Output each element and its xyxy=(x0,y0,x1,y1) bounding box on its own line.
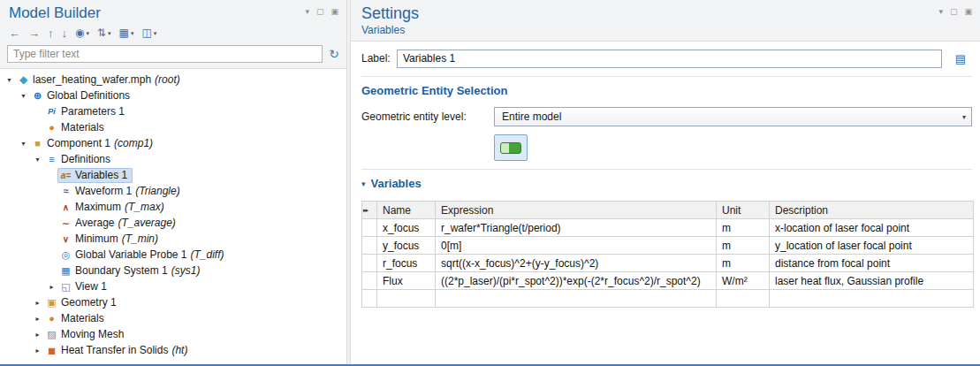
move-down-icon[interactable]: ↓ xyxy=(58,26,72,41)
cell-name[interactable] xyxy=(377,290,436,308)
cell-description[interactable] xyxy=(770,290,974,308)
node-text-menu-button[interactable]: ▦ ▾ xyxy=(116,26,138,41)
cell-expression[interactable]: ((2*p_laser)/(pi*r_spot^2))*exp(-(2*r_fo… xyxy=(436,272,717,290)
tree-item-body: a=Variables 1 xyxy=(57,168,133,183)
cell-description[interactable]: distance from focal point xyxy=(770,255,974,272)
cell-expression[interactable]: r_wafer*Triangle(t/period) xyxy=(436,219,717,237)
tree-item[interactable]: ▦Boundary System 1(sys1) xyxy=(0,263,346,278)
expand-arrow-icon[interactable]: ▸ xyxy=(32,331,43,339)
materials-icon: ● xyxy=(44,121,59,134)
moving-mesh-icon: ▨ xyxy=(44,328,59,341)
forward-icon[interactable]: → xyxy=(25,26,43,41)
tree-item[interactable]: ≈Waveform 1(Triangle) xyxy=(0,183,346,199)
expand-arrow-icon[interactable]: ▸ xyxy=(46,283,57,291)
expand-arrow-icon[interactable]: ▸ xyxy=(32,347,43,355)
tree-item[interactable]: a=Variables 1 xyxy=(0,167,346,183)
expand-arrow-icon[interactable]: ▸ xyxy=(32,299,43,307)
cell-name[interactable]: Flux xyxy=(377,272,436,290)
panel-menu-icon[interactable]: ▾ xyxy=(305,7,309,16)
collapse-arrow-icon[interactable]: ▾ xyxy=(18,92,29,100)
cell-expression[interactable] xyxy=(436,290,717,308)
tree-item[interactable]: ◎Global Variable Probe 1(T_diff) xyxy=(0,247,346,263)
separator xyxy=(361,76,972,77)
tree-item-body: ◎Global Variable Probe 1(T_diff) xyxy=(57,248,230,263)
chevron-down-icon: ▾ xyxy=(86,30,89,37)
tree-item[interactable]: ∧Maximum(T_max) xyxy=(0,199,346,215)
tree-item[interactable]: ▸▨Moving Mesh xyxy=(0,326,346,342)
boundary-system-icon: ▦ xyxy=(58,264,73,278)
active-selection-toggle[interactable] xyxy=(494,134,528,161)
toolbar-menu-button[interactable]: ◫ ▾ xyxy=(138,26,160,41)
tree-item-body: ▨Moving Mesh xyxy=(43,327,129,342)
cell-expression[interactable]: 0[m] xyxy=(436,237,717,255)
expand-arrow-icon[interactable]: ▸ xyxy=(32,315,43,323)
filter-input[interactable] xyxy=(7,45,323,63)
tree-item-body: ∧Maximum(T_max) xyxy=(57,200,170,215)
collapse-arrow-icon[interactable]: ▾ xyxy=(4,76,15,84)
tree-item-body: ◆laser_heating_wafer.mph(root) xyxy=(15,72,186,88)
tree-item-body: ⊕Global Definitions xyxy=(29,88,135,103)
collapse-arrow-icon[interactable]: ▾ xyxy=(18,140,29,148)
collapse-arrow-icon[interactable]: ▾ xyxy=(32,156,43,164)
settings-subtitle: Variables xyxy=(361,24,971,36)
panel-controls: ▾ ▢ ▣ xyxy=(305,7,338,16)
cell-expression[interactable]: sqrt((x-x_focus)^2+(y-y_focus)^2) xyxy=(436,255,717,272)
settings-header: Settings Variables ▾ ▢ ▣ xyxy=(351,0,980,42)
column-header-unit[interactable]: Unit xyxy=(717,202,770,219)
entity-level-select[interactable]: Entire model ▾ xyxy=(494,107,972,126)
cell-name[interactable]: r_focus xyxy=(377,255,436,272)
tree-item[interactable]: ▸◼Heat Transfer in Solids(ht) xyxy=(0,342,346,358)
cell-unit[interactable] xyxy=(717,290,770,308)
table-row: x_focusr_wafer*Triangle(t/period)mx-loca… xyxy=(362,219,974,237)
tree-item[interactable]: ▸▣Geometry 1 xyxy=(0,294,346,310)
model-root-icon: ◆ xyxy=(16,73,31,87)
panel-float-icon[interactable]: ▢ xyxy=(950,7,958,16)
row-marker-header: ▸▸ xyxy=(362,202,377,219)
tree-item-label: Component 1 xyxy=(45,137,110,149)
tree-item-label: Heat Transfer in Solids xyxy=(59,344,168,356)
tree-item[interactable]: ∨Minimum(T_min) xyxy=(0,231,346,247)
rename-button[interactable]: ▤ xyxy=(949,49,972,68)
model-builder-header: Model Builder ▾ ▢ ▣ xyxy=(0,0,346,23)
collapse-expand-button[interactable]: ⇅ ▾ xyxy=(94,26,115,41)
tree-item[interactable]: ●Materials xyxy=(0,119,346,135)
tree-item[interactable]: ▾≡Definitions xyxy=(0,151,346,167)
tree-item[interactable]: ▾■Component 1(comp1) xyxy=(0,135,346,151)
tree-item-body: ■Component 1(comp1) xyxy=(29,136,158,151)
cell-description[interactable]: laser heat flux, Gaussian profile xyxy=(770,272,974,290)
panel-controls: ▾ ▢ ▣ xyxy=(938,7,972,16)
column-header-description[interactable]: Description xyxy=(770,202,974,219)
show-menu-button[interactable]: ◉ ▾ xyxy=(72,26,93,41)
tree-item[interactable]: ∼Average(T_average) xyxy=(0,215,346,231)
refresh-icon[interactable]: ↻ xyxy=(329,47,339,61)
cell-unit[interactable]: m xyxy=(717,237,770,255)
column-header-name[interactable]: Name xyxy=(377,202,436,219)
cell-unit[interactable]: W/m² xyxy=(717,272,770,290)
tree-item[interactable]: ▾⊕Global Definitions xyxy=(0,88,346,103)
row-marker-cell xyxy=(362,219,377,237)
tree-item[interactable]: PiParameters 1 xyxy=(0,103,346,119)
panel-menu-icon[interactable]: ▾ xyxy=(938,7,943,16)
move-up-icon[interactable]: ↑ xyxy=(44,26,57,41)
cell-name[interactable]: y_focus xyxy=(377,237,436,255)
column-header-expression[interactable]: Expression xyxy=(436,202,717,219)
panel-pin-icon[interactable]: ▣ xyxy=(964,7,972,16)
variables-section-header[interactable]: ▾ Variables xyxy=(361,177,972,190)
cell-unit[interactable]: m xyxy=(717,219,770,237)
panel-float-icon[interactable]: ▢ xyxy=(316,7,324,16)
tree-item[interactable]: ▾◆laser_heating_wafer.mph(root) xyxy=(0,72,346,88)
back-icon[interactable]: ← xyxy=(5,26,24,41)
tree-item[interactable]: ▸●Materials xyxy=(0,310,346,326)
tree-item-type: (ht) xyxy=(168,344,187,356)
active-toggle-icon xyxy=(500,142,521,154)
cell-name[interactable]: x_focus xyxy=(377,219,436,237)
cell-description[interactable]: y_location of laser focal point xyxy=(770,237,974,255)
label-input[interactable] xyxy=(397,50,942,68)
panel-pin-icon[interactable]: ▣ xyxy=(330,7,338,16)
cell-unit[interactable]: m xyxy=(717,255,770,272)
waveform-icon: ≈ xyxy=(58,185,73,198)
tree-item-type: (Triangle) xyxy=(132,185,179,197)
cell-description[interactable]: x-location of laser focal point xyxy=(770,219,974,237)
tree-item[interactable]: ▸◱View 1 xyxy=(0,278,346,294)
materials-icon: ● xyxy=(44,312,59,325)
